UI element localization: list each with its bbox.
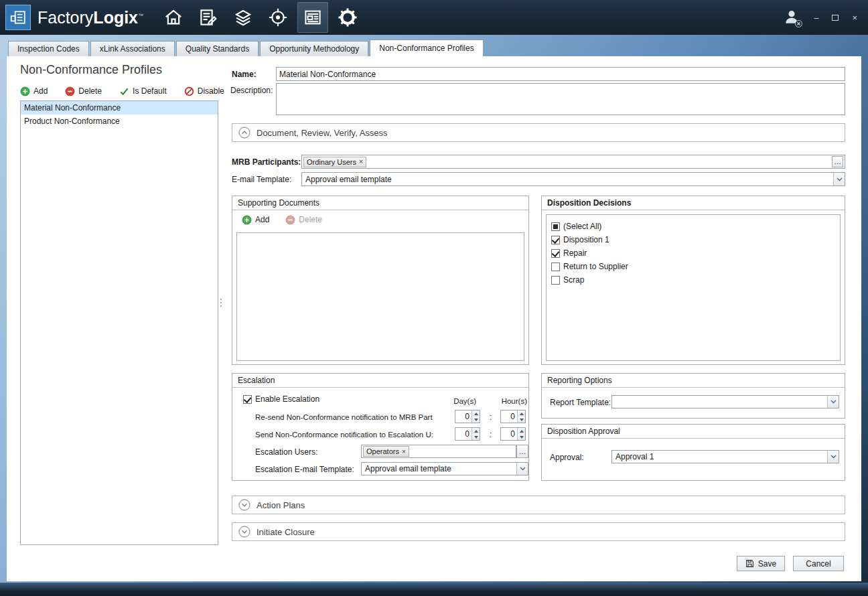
checkbox-checked[interactable] [551, 249, 560, 258]
approval-dropdown[interactable]: Approval 1 [611, 450, 839, 463]
cancel-label: Cancel [806, 559, 830, 569]
brand: FactoryLogix™ [38, 8, 143, 27]
tab-label: Quality Standards [186, 44, 249, 54]
dropdown-arrow-icon[interactable] [516, 463, 528, 475]
close-button[interactable]: × [852, 13, 857, 22]
escalation-title: Escalation [232, 374, 528, 388]
delete-icon [65, 86, 75, 96]
disposition-option[interactable]: (Select All) [551, 220, 840, 233]
window-bottom-bar [0, 583, 868, 596]
chip-remove-icon[interactable]: × [402, 448, 406, 455]
dropdown-arrow-icon[interactable] [827, 451, 839, 463]
reporting-options-group: Reporting Options Report Template: [541, 373, 845, 419]
checkbox-indeterminate[interactable] [551, 222, 560, 231]
nav-settings-button[interactable] [332, 2, 363, 33]
send-days-spinner[interactable]: 0 [455, 427, 480, 441]
resend-notification-label: Re-send Non-Conformance notification to … [255, 413, 455, 422]
factorylogix-window: FactoryLogix™ [0, 0, 868, 596]
profile-list-item[interactable]: Material Non-Conformance [21, 101, 218, 115]
checkbox-unchecked[interactable] [551, 263, 560, 271]
escalation-users-browse-button[interactable]: … [516, 445, 528, 458]
spinner-down-button[interactable] [518, 417, 525, 423]
report-template-dropdown[interactable] [611, 395, 839, 408]
supporting-documents-list[interactable] [236, 232, 524, 361]
mrb-participants-browse-button[interactable]: … [832, 156, 843, 167]
disposition-option[interactable]: Scrap [551, 273, 840, 287]
user-button[interactable] [783, 8, 800, 27]
spinner-value: 0 [501, 428, 517, 440]
mrb-participants-field[interactable]: Ordinary Users × … [301, 155, 845, 169]
delete-profile-button[interactable]: Delete [65, 86, 102, 96]
disposition-option[interactable]: Repair [551, 246, 840, 260]
minimize-button[interactable]: – [814, 13, 818, 22]
delete-icon-disabled [285, 215, 295, 225]
checkbox-label: Disposition 1 [563, 235, 609, 244]
approval-label: Approval: [550, 453, 584, 462]
tab-opportunity-methodology[interactable]: Opportunity Methodology [260, 41, 368, 56]
profiles-toolbar: Add Delete Is Default Dis [20, 84, 224, 98]
panel-splitter[interactable] [220, 299, 222, 308]
target-icon [268, 7, 288, 27]
add-icon [242, 215, 252, 225]
checkbox-unchecked[interactable] [551, 276, 560, 285]
maximize-button[interactable] [832, 15, 839, 21]
delete-document-button[interactable]: Delete [285, 215, 322, 225]
save-button[interactable]: Save [737, 556, 785, 571]
tab-xlink-associations[interactable]: xLink Associations [90, 41, 175, 56]
disable-profile-button[interactable]: Disable [184, 86, 224, 96]
description-input[interactable] [276, 83, 845, 115]
add-document-button[interactable]: Add [242, 215, 269, 225]
spinner-up-button[interactable] [472, 428, 480, 434]
section-document-review[interactable]: Document, Review, Verify, Assess [232, 123, 845, 142]
spinner-up-button[interactable] [472, 411, 480, 417]
spinner-down-button[interactable] [472, 434, 480, 440]
nav-quality-button[interactable] [297, 2, 328, 33]
escalation-email-template-dropdown[interactable]: Approval email template [361, 462, 528, 475]
cancel-button[interactable]: Cancel [793, 556, 844, 571]
spinner-down-button[interactable] [472, 417, 480, 423]
section-title: Document, Review, Verify, Assess [257, 128, 388, 138]
spinner-up-button[interactable] [518, 411, 525, 417]
checkbox-checked[interactable] [243, 395, 252, 404]
section-action-plans[interactable]: Action Plans [232, 496, 845, 514]
send-hours-spinner[interactable]: 0 [500, 427, 526, 441]
disposition-option[interactable]: Return to Supplier [551, 260, 840, 273]
page-title: Non-Conformance Profiles [20, 63, 162, 77]
brand-factory: Factory [38, 8, 93, 27]
nav-tracking-button[interactable] [263, 2, 293, 33]
section-initiate-closure[interactable]: Initiate Closure [232, 522, 845, 541]
add-icon [20, 86, 30, 96]
profile-list-item[interactable]: Product Non-Conformance [21, 115, 218, 128]
save-label: Save [758, 559, 776, 569]
disposition-option[interactable]: Disposition 1 [551, 233, 840, 246]
chip-remove-icon[interactable]: × [359, 158, 363, 165]
is-default-button[interactable]: Is Default [119, 86, 167, 96]
dropdown-value [612, 396, 827, 408]
disable-icon [184, 86, 194, 96]
add-profile-button[interactable]: Add [20, 86, 48, 96]
collapse-up-icon [238, 127, 250, 139]
dropdown-arrow-icon[interactable] [827, 396, 839, 408]
checkbox-label: Repair [563, 248, 587, 258]
nav-materials-button[interactable] [228, 2, 259, 33]
main-nav [158, 0, 363, 35]
section-title: Initiate Closure [257, 527, 315, 537]
tab-quality-standards[interactable]: Quality Standards [176, 41, 259, 56]
tab-non-conformance-profiles[interactable]: Non-Conformance Profiles [370, 40, 483, 56]
name-input[interactable] [276, 67, 845, 81]
nav-production-button[interactable] [193, 2, 224, 33]
dropdown-value: Approval email template [362, 463, 516, 475]
enable-escalation-checkbox[interactable]: Enable Escalation [243, 392, 319, 406]
checkbox-checked[interactable] [551, 236, 560, 244]
nav-home-button[interactable] [158, 2, 189, 33]
expand-down-icon [238, 499, 250, 511]
spinner-down-button[interactable] [518, 434, 525, 440]
escalation-users-field[interactable]: Operators × [361, 445, 516, 458]
tab-inspection-codes[interactable]: Inspection Codes [8, 41, 89, 56]
dropdown-arrow-icon[interactable] [833, 173, 845, 185]
resend-hours-spinner[interactable]: 0 [500, 410, 526, 423]
app-logo [5, 5, 31, 30]
resend-days-spinner[interactable]: 0 [455, 410, 480, 423]
email-template-dropdown[interactable]: Approval email template [301, 172, 845, 186]
spinner-up-button[interactable] [518, 428, 525, 434]
